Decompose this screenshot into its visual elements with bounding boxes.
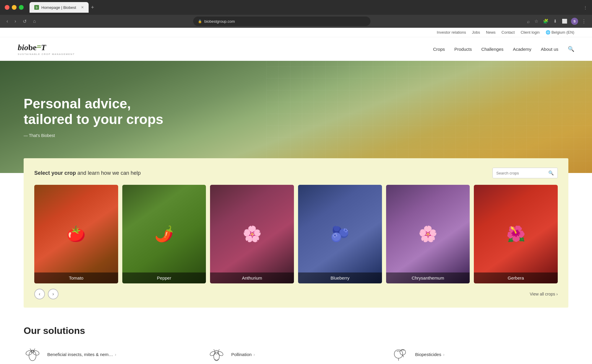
hero-grid — [266, 61, 592, 173]
url-text[interactable]: biobestgroup.com — [204, 19, 235, 24]
pollination-icon — [208, 345, 227, 364]
globe-icon: 🌐 — [546, 30, 550, 35]
client-login-link[interactable]: Client login — [521, 30, 539, 35]
view-all-label: View all crops — [530, 292, 555, 296]
active-tab[interactable]: b Homepage | Biobest ✕ — [30, 2, 89, 13]
pepper-icon: 🌶️ — [122, 185, 206, 283]
crop-nav: ‹ › View all crops › — [34, 289, 558, 299]
news-link[interactable]: News — [486, 30, 496, 35]
biopesticides-link[interactable]: Biopesticides › — [415, 352, 444, 357]
svg-point-5 — [31, 350, 34, 353]
biopesticides-arrow: › — [443, 352, 445, 357]
crop-card-gerbera[interactable]: 🌺 Gerbera — [474, 185, 558, 283]
solutions-title: Our solutions — [24, 325, 568, 336]
crop-card-chrysanthemum[interactable]: 🌸 Chrysanthemum — [386, 185, 470, 283]
nav-academy[interactable]: Academy — [513, 47, 531, 52]
screen-icon[interactable]: ⬜ — [561, 17, 569, 25]
more-options-icon[interactable]: ⋮ — [580, 17, 587, 25]
logo-check-text: ⁻ — [37, 43, 41, 52]
nav-crops[interactable]: Crops — [433, 47, 445, 52]
crop-selector: Select your crop and learn how we can he… — [24, 158, 568, 308]
crop-arrows: ‹ › — [34, 289, 58, 299]
tomato-label: Tomato — [34, 272, 118, 283]
top-bar: Investor relations Jobs News Contact Cli… — [0, 28, 592, 37]
contact-link[interactable]: Contact — [502, 30, 515, 35]
toolbar-actions: ⌕ ☆ 🧩 ⬇ ⬜ S ⋮ — [526, 17, 587, 25]
anthurium-icon: 🌸 — [210, 185, 294, 283]
pollination-label: Pollination — [231, 352, 252, 357]
crop-search-box[interactable]: 🔍 — [492, 168, 558, 178]
view-all-arrow-icon: › — [556, 292, 558, 296]
browser-chrome: b Homepage | Biobest ✕ + ⋮ ‹ › ↺ ⌂ 🔒 bio… — [0, 0, 592, 28]
solution-item-beneficial[interactable]: Beneficial insects, mites & nem… › — [24, 345, 201, 364]
minimize-button[interactable] — [12, 5, 17, 10]
pepper-label: Pepper — [122, 272, 206, 283]
tab-favicon: b — [34, 5, 39, 10]
download-icon[interactable]: ⬇ — [552, 17, 558, 25]
chrysanthemum-label: Chrysanthemum — [386, 272, 470, 283]
crop-selector-header: Select your crop and learn how we can he… — [34, 168, 558, 178]
crop-prev-button[interactable]: ‹ — [34, 289, 45, 299]
home-button[interactable]: ⌂ — [31, 17, 38, 25]
tab-close-icon[interactable]: ✕ — [81, 5, 84, 9]
pollination-link[interactable]: Pollination › — [231, 352, 255, 357]
crop-card-pepper[interactable]: 🌶️ Pepper — [122, 185, 206, 283]
extensions-icon[interactable]: 🧩 — [542, 17, 550, 25]
maximize-button[interactable] — [19, 5, 24, 10]
hero-section: Personal advice, tailored to your crops … — [0, 61, 592, 173]
address-bar[interactable]: 🔒 biobestgroup.com — [193, 17, 370, 26]
solution-item-pollination[interactable]: Pollination › — [208, 345, 385, 364]
solution-item-biopesticides[interactable]: Biopesticides › — [391, 345, 568, 364]
solutions-section: Our solutions Beneficial insects, mites … — [0, 308, 592, 364]
gerbera-icon: 🌺 — [474, 185, 558, 283]
crop-card-blueberry[interactable]: 🫐 Blueberry — [298, 185, 382, 283]
anthurium-label: Anthurium — [210, 272, 294, 283]
svg-point-0 — [29, 351, 36, 361]
beneficial-icon — [24, 345, 43, 364]
crop-card-anthurium[interactable]: 🌸 Anthurium — [210, 185, 294, 283]
blueberry-label: Blueberry — [298, 272, 382, 283]
beneficial-link[interactable]: Beneficial insects, mites & nem… › — [47, 352, 116, 357]
page-content: Investor relations Jobs News Contact Cli… — [0, 28, 592, 364]
titlebar: b Homepage | Biobest ✕ + ⋮ — [0, 0, 592, 15]
new-tab-button[interactable]: + — [91, 4, 94, 11]
svg-point-6 — [214, 352, 219, 361]
crop-next-button[interactable]: › — [48, 289, 58, 299]
pollination-arrow: › — [253, 352, 255, 357]
investor-relations-link[interactable]: Investor relations — [437, 30, 466, 35]
nav-search-icon[interactable]: 🔍 — [568, 46, 574, 52]
browser-toolbar: ‹ › ↺ ⌂ 🔒 biobestgroup.com ⌕ ☆ 🧩 ⬇ ⬜ S ⋮ — [0, 15, 592, 28]
tomato-icon: 🍅 — [34, 185, 118, 283]
nav-about-us[interactable]: About us — [541, 47, 558, 52]
crop-selector-title-strong: Select your crop — [34, 170, 76, 176]
language-selector[interactable]: 🌐 Belgium (EN) — [546, 30, 574, 35]
gerbera-label: Gerbera — [474, 272, 558, 283]
logo[interactable]: bio be ⁻ T SUSTAINABLE CROP MANAGEMENT — [18, 43, 75, 56]
nav-products[interactable]: Products — [454, 47, 472, 52]
crop-selector-title-end: and learn how we can help — [76, 170, 141, 176]
beneficial-arrow: › — [115, 352, 116, 357]
nav-challenges[interactable]: Challenges — [481, 47, 503, 52]
tab-bar: b Homepage | Biobest ✕ + — [30, 2, 581, 13]
crop-search-button[interactable]: 🔍 — [548, 170, 554, 176]
logo-be-text: be — [28, 43, 37, 52]
hero-content: Personal advice, tailored to your crops … — [0, 78, 201, 156]
traffic-lights — [5, 5, 24, 10]
search-toolbar-icon[interactable]: ⌕ — [526, 18, 531, 25]
close-button[interactable] — [5, 5, 9, 10]
bookmark-icon[interactable]: ☆ — [533, 17, 539, 25]
nav-links: Crops Products Challenges Academy About … — [433, 46, 574, 52]
forward-button[interactable]: › — [13, 17, 18, 25]
chrysanthemum-icon: 🌸 — [386, 185, 470, 283]
reload-button[interactable]: ↺ — [21, 17, 28, 25]
crops-grid: 🍅 Tomato 🌶️ Pepper 🌸 Anthurium 🫐 Blueber… — [34, 185, 558, 283]
crop-search-input[interactable] — [496, 171, 546, 175]
logo-st-text: T — [41, 43, 46, 52]
back-button[interactable]: ‹ — [5, 17, 10, 25]
crop-card-tomato[interactable]: 🍅 Tomato — [34, 185, 118, 283]
jobs-link[interactable]: Jobs — [472, 30, 480, 35]
user-avatar[interactable]: S — [571, 18, 578, 25]
view-all-crops-link[interactable]: View all crops › — [530, 292, 558, 296]
browser-menu-icon[interactable]: ⋮ — [583, 5, 587, 10]
logo-subtitle: SUSTAINABLE CROP MANAGEMENT — [18, 53, 75, 56]
